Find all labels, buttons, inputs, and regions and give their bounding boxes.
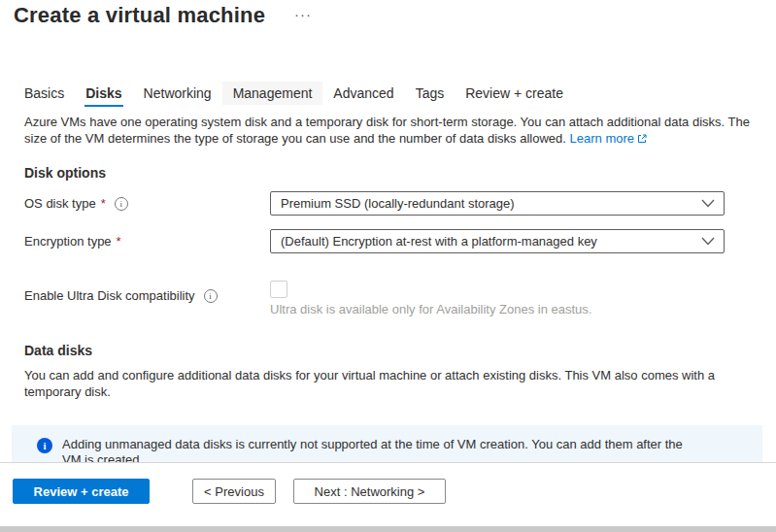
os-disk-type-dropdown[interactable]: Premium SSD (locally-redundant storage) <box>270 191 725 216</box>
external-link-icon <box>637 131 647 148</box>
page-title: Create a virtual machine <box>14 3 265 28</box>
wizard-footer: Review + create < Previous Next : Networ… <box>0 462 776 532</box>
create-vm-page: Create a virtual machine ··· Basics Disk… <box>0 0 776 532</box>
disks-intro-text: Azure VMs have one operating system disk… <box>24 114 759 148</box>
tab-management[interactable]: Management <box>222 82 323 105</box>
chevron-down-icon <box>701 234 715 249</box>
tab-networking[interactable]: Networking <box>144 85 212 101</box>
info-icon[interactable]: i <box>204 289 218 303</box>
horizontal-scrollbar[interactable] <box>0 526 776 532</box>
encryption-type-dropdown[interactable]: (Default) Encryption at-rest with a plat… <box>270 229 725 253</box>
chevron-down-icon <box>701 196 715 211</box>
encryption-type-label-text: Encryption type <box>24 234 112 249</box>
next-networking-button[interactable]: Next : Networking > <box>293 479 446 504</box>
review-create-button[interactable]: Review + create <box>13 479 150 504</box>
ultra-disk-checkbox[interactable] <box>270 281 287 298</box>
previous-button[interactable]: < Previous <box>192 479 276 504</box>
tab-tags[interactable]: Tags <box>416 85 445 101</box>
encryption-type-value: (Default) Encryption at-rest with a plat… <box>281 234 597 249</box>
required-marker: * <box>101 196 106 211</box>
tab-disks[interactable]: Disks <box>85 85 121 101</box>
tab-review-create[interactable]: Review + create <box>465 85 563 101</box>
ultra-disk-label: Enable Ultra Disk compatibility i <box>24 288 218 303</box>
horizontal-scrollbar-thumb[interactable] <box>0 526 776 532</box>
tab-advanced[interactable]: Advanced <box>333 85 393 101</box>
os-disk-type-label-text: OS disk type <box>24 196 96 211</box>
disk-options-heading: Disk options <box>24 165 106 181</box>
info-icon: i <box>37 438 52 453</box>
ultra-disk-label-text: Enable Ultra Disk compatibility <box>24 288 195 303</box>
required-marker: * <box>117 234 121 249</box>
ultra-disk-note: Ultra disk is available only for Availab… <box>270 302 591 316</box>
info-icon[interactable]: i <box>115 197 128 211</box>
data-disks-heading: Data disks <box>24 343 92 358</box>
data-disks-text: You can add and configure additional dat… <box>24 367 745 400</box>
wizard-tabs: Basics Disks Networking Management Advan… <box>24 85 563 101</box>
encryption-type-label: Encryption type * <box>24 234 121 249</box>
os-disk-type-label: OS disk type * i <box>24 196 128 211</box>
more-menu-icon[interactable]: ··· <box>294 6 312 22</box>
learn-more-label: Learn more <box>570 131 634 146</box>
tab-basics[interactable]: Basics <box>24 85 64 101</box>
learn-more-link[interactable]: Learn more <box>570 131 647 146</box>
os-disk-type-value: Premium SSD (locally-redundant storage) <box>281 196 515 211</box>
